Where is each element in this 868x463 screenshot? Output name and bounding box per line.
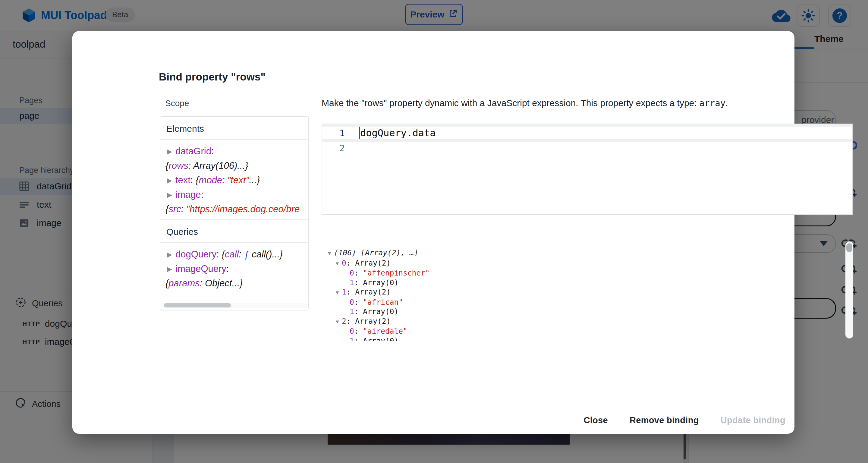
token: { [165, 278, 168, 288]
token: text [176, 175, 190, 185]
editor-stripe [322, 124, 852, 127]
js-expression-editor[interactable]: 1dogQuery.data2 [321, 124, 852, 215]
token: : [239, 249, 244, 259]
result-scrollbar[interactable] [845, 242, 853, 339]
token: call [225, 249, 239, 259]
token: : Array(0) [354, 278, 399, 287]
result-tree-row[interactable]: ▼1: Array(2) [321, 287, 854, 298]
token: params [168, 278, 199, 288]
token: "airedale" [363, 327, 407, 336]
tree-caret-icon[interactable]: ▶ [167, 262, 176, 276]
token: : [354, 298, 363, 307]
token: "affenpinscher" [363, 269, 430, 277]
tree-caret-icon[interactable]: ▼ [336, 288, 342, 298]
evaluation-result-panel: ▼(106) [Array(2), …]▼0: Array(2)0: "affe… [321, 239, 854, 341]
token: 2 [342, 317, 346, 326]
token: 0 [350, 269, 354, 277]
line-number: 1 [322, 128, 345, 138]
token: rows [168, 160, 188, 171]
editor-line[interactable]: 1dogQuery.data [322, 127, 852, 139]
token: { [165, 204, 168, 214]
tree-caret-icon[interactable]: ▼ [336, 317, 342, 327]
editor-stripe [322, 139, 852, 142]
result-tree-row[interactable]: ▼(106) [Array(2), …] [321, 248, 854, 258]
token: (106) [Array(2), …] [334, 248, 418, 257]
editor-line[interactable]: 2 [322, 142, 852, 154]
tree-caret-icon[interactable]: ▼ [336, 259, 342, 269]
expected-type: array [699, 98, 725, 108]
token: : [181, 204, 186, 214]
scope-section-list: ▶dogQuery: {call: ƒ call()...}▶imageQuer… [160, 243, 308, 294]
token: : [354, 269, 363, 277]
token: : Object...} [200, 278, 243, 288]
tree-caret-icon[interactable]: ▶ [167, 188, 176, 202]
token: image [176, 189, 201, 200]
token: : [226, 264, 229, 274]
result-tree-row[interactable]: 0: "affenpinscher" [321, 268, 854, 278]
token: : [190, 175, 195, 185]
result-tree-row[interactable]: 0: "airedale" [321, 327, 854, 336]
token: 1 [350, 278, 354, 287]
tree-caret-icon[interactable]: ▼ [328, 249, 334, 258]
scope-label: Scope [165, 99, 189, 108]
scope-tree-row[interactable]: ▶dogQuery: {call: ƒ call()...} [160, 247, 308, 261]
dialog-title: Bind property "rows" [159, 71, 266, 83]
tree-caret-icon[interactable]: ▶ [167, 144, 176, 159]
token: 0 [350, 327, 354, 336]
token: "text" [227, 175, 249, 185]
scope-tree-row[interactable]: ▶image: [160, 187, 308, 202]
binding-description: Make the "rows" property dynamic with a … [321, 98, 728, 108]
text-cursor [359, 127, 360, 138]
bind-property-dialog: Bind property "rows" Scope Elements▶data… [72, 31, 795, 434]
token: : Array(2) [346, 317, 391, 326]
token: { [165, 160, 168, 171]
token: : Array(2) [346, 287, 391, 296]
token: : [216, 249, 221, 259]
token: : [354, 327, 363, 336]
token: 0 [342, 259, 346, 267]
token: : Array(0) [354, 336, 399, 341]
scope-tree-row[interactable]: ▶imageQuery: [160, 261, 308, 276]
token: "https://images.dog.ceo/bre [186, 204, 300, 214]
scope-horizontal-scrollbar[interactable] [161, 303, 307, 308]
token: { [221, 249, 224, 259]
token: dataGrid [176, 146, 211, 156]
token: call()...} [249, 249, 283, 259]
token: 1 [350, 307, 354, 316]
tree-caret-icon[interactable]: ▶ [167, 173, 176, 188]
result-tree-row[interactable]: 1: Array(0) [321, 278, 854, 287]
token: : Array(0) [354, 307, 399, 316]
result-tree-row[interactable]: 1: Array(0) [321, 336, 854, 341]
token: 1 [342, 287, 346, 296]
scrollbar-thumb[interactable] [164, 303, 231, 307]
scope-tree-row[interactable]: ▶text: {mode: "text"...} [160, 173, 308, 187]
scope-tree-row[interactable]: ▶dataGrid: [160, 144, 308, 159]
scope-section-list: ▶dataGrid:{rows: Array(106)...}▶text: {m… [160, 140, 308, 219]
result-tree-row[interactable]: 0: "african" [321, 298, 854, 307]
token: ...} [249, 175, 260, 185]
scope-explorer: Elements▶dataGrid:{rows: Array(106)...}▶… [160, 116, 309, 310]
result-tree-row[interactable]: ▼0: Array(2) [321, 258, 854, 269]
result-tree-row[interactable]: ▼2: Array(2) [321, 316, 854, 327]
scope-section-header: Elements [160, 117, 308, 139]
dialog-actions: Close Remove binding Update binding [584, 415, 786, 425]
scope-tree-row[interactable]: {src: "https://images.dog.ceo/bre [160, 202, 308, 216]
scope-section-header: Queries [160, 219, 308, 242]
update-binding-button[interactable]: Update binding [721, 415, 785, 425]
token: dogQuery [176, 249, 216, 259]
remove-binding-button[interactable]: Remove binding [629, 415, 699, 425]
token: : [201, 189, 204, 200]
token: src [168, 204, 181, 214]
close-button[interactable]: Close [584, 415, 608, 425]
token: 0 [350, 298, 354, 307]
description-suffix: . [725, 98, 728, 108]
scope-tree-row[interactable]: {params: Object...} [160, 276, 308, 290]
scope-tree-row[interactable]: {rows: Array(106)...} [160, 159, 308, 173]
token: : Array(106)...} [188, 160, 248, 171]
token: : [222, 175, 227, 185]
result-tree-row[interactable]: 1: Array(0) [321, 307, 854, 316]
line-number: 2 [322, 143, 345, 153]
token: { [195, 175, 198, 185]
token: mode [199, 175, 222, 185]
tree-caret-icon[interactable]: ▶ [167, 247, 176, 262]
